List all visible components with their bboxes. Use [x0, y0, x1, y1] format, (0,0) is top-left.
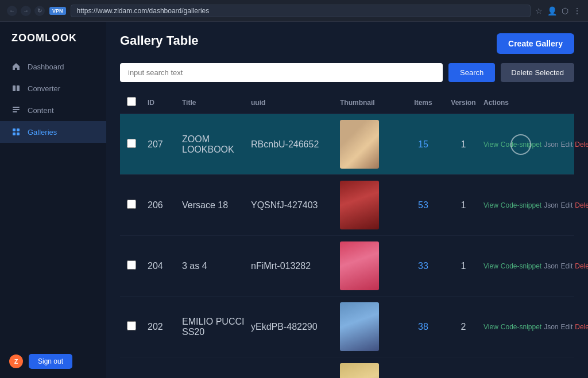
content-icon — [11, 106, 21, 115]
action-edit-206[interactable]: Edit — [561, 201, 573, 209]
action-view-202[interactable]: View — [483, 323, 498, 331]
col-header-thumbnail: Thumbnail — [340, 99, 403, 107]
back-button[interactable]: ← — [7, 6, 17, 16]
url-bar[interactable]: https://www.zldam.com/dashboard/gallerie… — [71, 5, 531, 17]
svg-rect-0 — [13, 85, 16, 91]
sidebar-item-dashboard[interactable]: Dashboard — [0, 56, 106, 77]
row-thumb-201 — [340, 363, 403, 378]
row-items-202[interactable]: 38 — [403, 322, 443, 332]
page-header: Gallery Table Create Gallery — [120, 33, 574, 54]
action-code-207[interactable]: Code-snippet — [501, 141, 541, 149]
delete-selected-button[interactable]: Delete Selected — [501, 63, 574, 82]
action-json-207[interactable]: Json — [544, 141, 558, 149]
row-checkbox-204[interactable] — [127, 260, 136, 270]
col-header-actions: Actions — [483, 99, 588, 107]
sidebar: ZOOMLOOK Dashboard Converter — [0, 22, 106, 378]
row-title-204: 3 as 4 — [182, 261, 251, 271]
action-delete-204[interactable]: Delete — [575, 262, 588, 270]
svg-rect-8 — [17, 133, 20, 135]
search-row: Search Delete Selected — [120, 63, 574, 82]
search-input[interactable] — [120, 63, 443, 82]
row-checkbox-202[interactable] — [127, 321, 136, 330]
table-header: ID Title uuid Thumbnail Items Version Ac… — [120, 91, 574, 114]
table-row: 207 ZOOM LOOKBOOK RBcnbU-246652 15 1 Vie… — [120, 114, 574, 175]
row-items-204[interactable]: 33 — [403, 261, 443, 271]
browser-icons: ☆ 👤 ⬡ ⋮ — [535, 6, 581, 15]
browser-chrome: ← → ↻ VPN https://www.zldam.com/dashboar… — [0, 0, 588, 22]
action-view-204[interactable]: View — [483, 262, 498, 270]
search-button[interactable]: Search — [448, 63, 495, 82]
bookmark-icon[interactable]: ☆ — [535, 6, 543, 15]
col-header-uuid: uuid — [251, 99, 340, 107]
row-checkbox-207[interactable] — [127, 139, 136, 148]
sidebar-item-content[interactable]: Content — [0, 99, 106, 121]
create-gallery-button[interactable]: Create Gallery — [497, 33, 574, 54]
svg-rect-1 — [17, 85, 20, 91]
action-view-207[interactable]: View — [483, 141, 498, 149]
action-json-206[interactable]: Json — [544, 201, 558, 209]
signout-button[interactable]: Sign out — [29, 354, 72, 369]
row-version-202: 2 — [443, 322, 483, 332]
main-content: Gallery Table Create Gallery Search Dele… — [106, 22, 588, 378]
action-code-206[interactable]: Code-snippet — [501, 201, 541, 209]
row-actions-207: View Code-snippet Json Edit Delete — [483, 141, 588, 149]
select-all-checkbox[interactable] — [127, 97, 136, 106]
table-row: 201 PUCCI ALL tjuFCF-681892 22 1 View Co… — [120, 357, 574, 378]
action-edit-204[interactable]: Edit — [561, 262, 573, 270]
action-json-204[interactable]: Json — [544, 262, 558, 270]
row-uuid-204: nFiMrt-013282 — [251, 261, 340, 271]
col-header-id: ID — [148, 99, 182, 107]
row-thumb-207 — [340, 120, 403, 169]
row-title-207: ZOOM LOOKBOOK — [182, 134, 251, 155]
row-thumb-204 — [340, 241, 403, 290]
vpn-badge: VPN — [49, 7, 66, 15]
converter-icon — [11, 84, 21, 93]
action-edit-202[interactable]: Edit — [561, 323, 573, 331]
svg-rect-5 — [13, 128, 16, 131]
refresh-button[interactable]: ↻ — [34, 6, 45, 16]
row-id-202: 202 — [148, 322, 182, 332]
action-edit-207[interactable]: Edit — [561, 141, 573, 149]
row-version-204: 1 — [443, 261, 483, 271]
col-header-title: Title — [182, 99, 251, 107]
settings-icon[interactable]: ⋮ — [573, 6, 581, 15]
galleries-icon — [11, 127, 21, 137]
row-thumb-206 — [340, 181, 403, 229]
row-version-206: 1 — [443, 200, 483, 211]
row-actions-202: View Code-snippet Json Edit Delete — [483, 323, 588, 331]
svg-rect-3 — [13, 109, 20, 110]
row-checkbox-206[interactable] — [127, 200, 136, 209]
table-row: 206 Versace 18 YQSNfJ-427403 53 1 View C… — [120, 175, 574, 236]
profile-icon[interactable]: 👤 — [547, 6, 557, 15]
row-id-204: 204 — [148, 261, 182, 271]
page-title: Gallery Table — [120, 33, 199, 48]
avatar: Z — [9, 354, 23, 368]
row-uuid-206: YQSNfJ-427403 — [251, 200, 340, 211]
row-uuid-207: RBcnbU-246652 — [251, 139, 340, 150]
action-delete-202[interactable]: Delete — [575, 323, 588, 331]
col-header-version: Version — [443, 99, 483, 107]
sidebar-item-galleries[interactable]: Galleries — [0, 121, 106, 143]
action-code-204[interactable]: Code-snippet — [501, 262, 541, 270]
svg-rect-4 — [13, 111, 17, 112]
row-id-206: 206 — [148, 200, 182, 211]
logo: ZOOMLOOK — [0, 22, 106, 56]
action-delete-207[interactable]: Delete — [575, 141, 588, 149]
action-json-202[interactable]: Json — [544, 323, 558, 331]
row-actions-204: View Code-snippet Json Edit Delete — [483, 262, 588, 270]
extension-icon[interactable]: ⬡ — [562, 6, 568, 15]
row-thumb-202 — [340, 302, 403, 351]
row-items-206[interactable]: 53 — [403, 200, 443, 211]
svg-rect-2 — [13, 107, 20, 108]
action-delete-206[interactable]: Delete — [575, 201, 588, 209]
sidebar-bottom: Z Sign out — [0, 345, 106, 378]
sidebar-item-converter[interactable]: Converter — [0, 77, 106, 99]
action-view-206[interactable]: View — [483, 201, 498, 209]
row-title-202: EMILIO PUCCI SS20 — [182, 317, 251, 337]
row-version-207: 1 — [443, 139, 483, 150]
action-code-202[interactable]: Code-snippet — [501, 323, 541, 331]
col-header-items: Items — [403, 99, 443, 107]
forward-button[interactable]: → — [21, 6, 31, 16]
table-row: 204 3 as 4 nFiMrt-013282 33 1 View Code-… — [120, 236, 574, 297]
row-items-207[interactable]: 15 — [403, 139, 443, 150]
